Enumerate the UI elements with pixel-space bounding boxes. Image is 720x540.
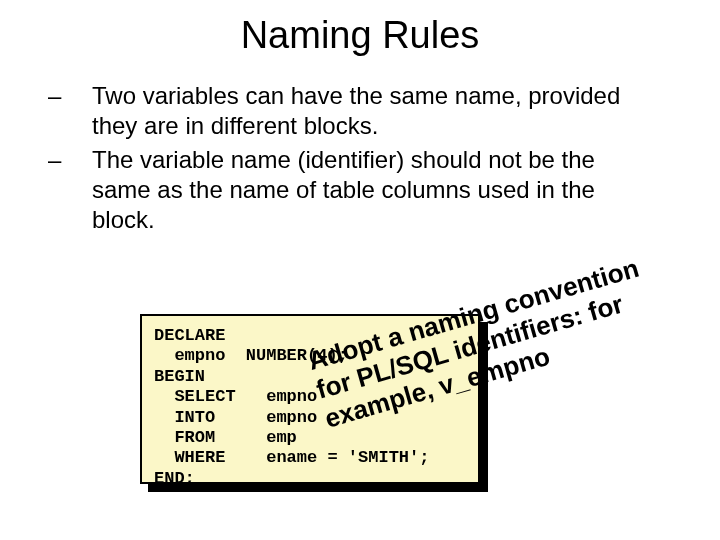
bullet-item: –The variable name (identifier) should n… bbox=[70, 145, 650, 235]
bullet-list: –Two variables can have the same name, p… bbox=[70, 81, 650, 235]
bullet-text: Two variables can have the same name, pr… bbox=[92, 82, 620, 139]
slide-title: Naming Rules bbox=[0, 14, 720, 57]
bullet-text: The variable name (identifier) should no… bbox=[92, 146, 595, 233]
code-block: DECLARE empno NUMBER(4); BEGIN SELECT em… bbox=[140, 314, 480, 484]
code-block-wrap: DECLARE empno NUMBER(4); BEGIN SELECT em… bbox=[140, 314, 480, 484]
bullet-item: –Two variables can have the same name, p… bbox=[70, 81, 650, 141]
slide: Naming Rules –Two variables can have the… bbox=[0, 14, 720, 540]
